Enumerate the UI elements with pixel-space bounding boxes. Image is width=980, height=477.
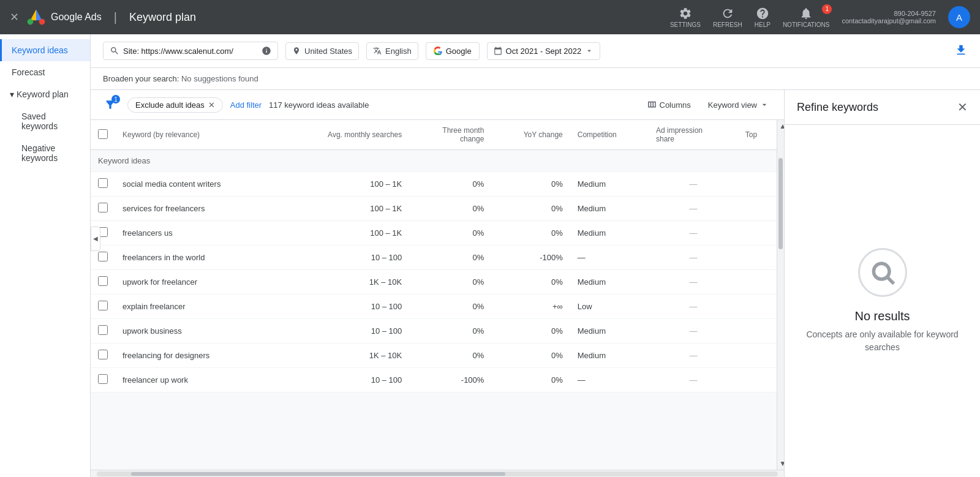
row-three-month: 0%: [409, 344, 491, 368]
table-row: freelancers us 100 – 1K 0% 0% Medium —: [91, 221, 777, 246]
row-yoy: -100%: [491, 246, 570, 270]
close-icon[interactable]: ✕: [10, 10, 19, 24]
filter-icon-button[interactable]: 1: [100, 95, 120, 115]
main-layout: Keyword ideas Forecast ▾ Keyword plan Sa…: [0, 34, 980, 477]
sidebar-item-keyword-ideas[interactable]: Keyword ideas: [0, 39, 90, 61]
exclude-label: Exclude adult ideas: [135, 100, 205, 110]
table-toolbar: 1 Exclude adult ideas ✕ Add filter 117 k…: [91, 90, 784, 120]
exclude-close-icon[interactable]: ✕: [208, 100, 215, 110]
no-results-sub: Concepts are only available for keyword …: [797, 328, 968, 354]
row-three-month: -100%: [409, 368, 491, 392]
row-keyword: freelancer up work: [115, 368, 280, 392]
row-competition: —: [570, 246, 649, 270]
notifications-button[interactable]: 1 NOTIFICATIONS: [783, 7, 829, 28]
row-checkbox[interactable]: [91, 270, 115, 295]
h-scroll-track: [97, 471, 778, 476]
select-all-checkbox[interactable]: [98, 129, 108, 139]
sidebar-item-negative-keywords[interactable]: Negative keywords: [0, 137, 90, 169]
no-results-title: No results: [854, 309, 910, 323]
row-ad-impression: —: [649, 368, 738, 392]
scroll-wrap[interactable]: Keyword (by relevance) Avg. monthly sear…: [91, 120, 777, 470]
scroll-down-arrow[interactable]: ▼: [777, 457, 784, 470]
svg-line-6: [888, 277, 894, 284]
google-ads-logo: Google Ads: [26, 9, 102, 26]
section-label: Keyword ideas: [91, 150, 777, 172]
date-range-filter[interactable]: Oct 2021 - Sept 2022: [487, 42, 601, 60]
vertical-scrollbar[interactable]: ▲ ▼: [777, 120, 784, 470]
keywords-table: Keyword (by relevance) Avg. monthly sear…: [91, 120, 777, 392]
location-filter[interactable]: United States: [285, 42, 359, 60]
table-row: services for freelancers 100 – 1K 0% 0% …: [91, 197, 777, 221]
google-filter[interactable]: Google: [426, 42, 480, 60]
search-input[interactable]: [123, 47, 258, 56]
filter-bar: United States English Google: [91, 34, 980, 68]
sidebar-item-saved-keywords[interactable]: Saved keywords: [0, 105, 90, 137]
download-button[interactable]: [954, 43, 968, 59]
th-three-month[interactable]: Three monthchange: [409, 120, 491, 150]
language-filter[interactable]: English: [366, 42, 418, 60]
columns-label: Columns: [660, 100, 691, 110]
row-competition: Medium: [570, 197, 649, 221]
table-row: freelancers in the world 10 – 100 0% -10…: [91, 246, 777, 270]
user-avatar[interactable]: A: [948, 6, 970, 28]
row-competition: Medium: [570, 270, 649, 295]
google-icon: [434, 47, 442, 55]
row-keyword: services for freelancers: [115, 197, 280, 221]
h-scroll-thumb[interactable]: [131, 472, 506, 476]
table-row: explain freelancer 10 – 100 0% +∞ Low —: [91, 295, 777, 319]
columns-icon: [646, 99, 657, 110]
table-body: Keyword ideas social media content write…: [91, 150, 777, 392]
top-navigation: ✕ Google Ads | Keyword plan SETTINGS REF…: [0, 0, 980, 34]
th-avg-monthly[interactable]: Avg. monthly searches: [280, 120, 410, 150]
scroll-thumb[interactable]: [778, 158, 783, 249]
table-row: social media content writers 100 – 1K 0%…: [91, 172, 777, 197]
row-checkbox[interactable]: [91, 368, 115, 392]
refine-close-button[interactable]: ✕: [957, 100, 968, 115]
svg-point-3: [28, 19, 34, 25]
scroll-up-arrow[interactable]: ▲: [777, 120, 784, 132]
refine-title: Refine keywords: [797, 101, 878, 114]
th-competition[interactable]: Competition: [570, 120, 649, 150]
sidebar-item-forecast[interactable]: Forecast: [0, 61, 90, 83]
row-three-month: 0%: [409, 270, 491, 295]
th-checkbox: [91, 120, 115, 150]
table-row: freelancing for designers 1K – 10K 0% 0%…: [91, 344, 777, 368]
google-label: Google: [446, 47, 472, 56]
row-ad-impression: —: [649, 172, 738, 197]
row-keyword: upwork business: [115, 319, 280, 344]
exclude-adult-chip[interactable]: Exclude adult ideas ✕: [127, 97, 223, 113]
left-collapse-arrow[interactable]: ◀: [91, 227, 100, 251]
refresh-button[interactable]: REFRESH: [713, 7, 742, 28]
row-keyword: freelancers us: [115, 221, 280, 246]
help-button[interactable]: HELP: [755, 7, 771, 28]
row-checkbox[interactable]: [91, 319, 115, 344]
row-avg-monthly: 10 – 100: [280, 319, 410, 344]
chevron-down-icon: [760, 100, 769, 110]
row-checkbox[interactable]: [91, 295, 115, 319]
row-checkbox[interactable]: [91, 172, 115, 197]
settings-button[interactable]: SETTINGS: [670, 7, 701, 28]
info-icon: [262, 46, 271, 56]
svg-point-5: [873, 263, 889, 279]
refine-header: Refine keywords ✕: [785, 90, 980, 125]
th-top[interactable]: Top: [738, 120, 777, 150]
columns-button[interactable]: Columns: [641, 97, 696, 113]
th-yoy[interactable]: YoY change: [491, 120, 570, 150]
row-avg-monthly: 100 – 1K: [280, 172, 410, 197]
row-checkbox[interactable]: [91, 197, 115, 221]
horizontal-scrollbar[interactable]: [91, 470, 784, 477]
sidebar-item-keyword-plan[interactable]: ▾ Keyword plan: [0, 83, 90, 105]
svg-point-4: [39, 19, 45, 25]
th-ad-impression[interactable]: Ad impressionshare: [649, 120, 738, 150]
row-checkbox[interactable]: [91, 344, 115, 368]
search-box[interactable]: [103, 42, 278, 60]
th-keyword[interactable]: Keyword (by relevance): [115, 120, 280, 150]
user-info: 890-204-9527 contactadityarajput@gmail.c…: [842, 10, 936, 24]
add-filter-button[interactable]: Add filter: [230, 100, 262, 110]
keyword-view-button[interactable]: Keyword view: [703, 97, 774, 112]
chevron-down-icon: [585, 47, 594, 55]
row-yoy: +∞: [491, 295, 570, 319]
date-range-label: Oct 2021 - Sept 2022: [506, 47, 582, 56]
download-icon: [954, 43, 968, 57]
refine-panel: Refine keywords ✕ No results Concepts ar…: [784, 90, 980, 477]
